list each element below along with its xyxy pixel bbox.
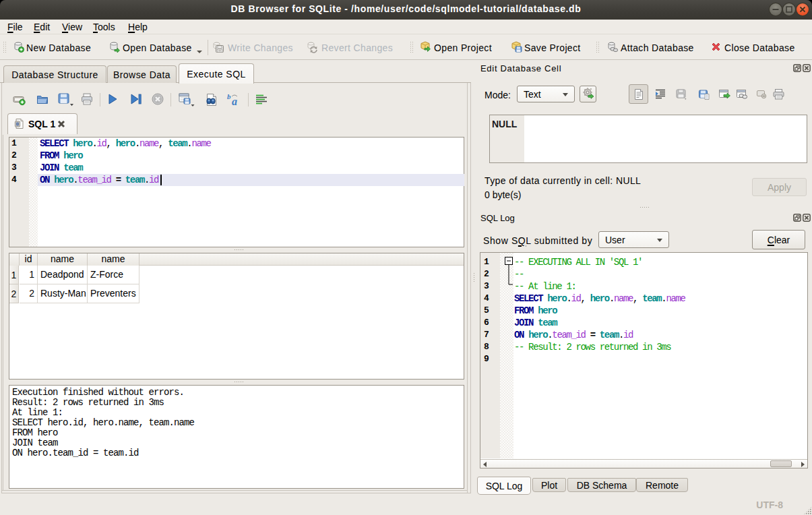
svg-text:a: a: [232, 96, 237, 107]
svg-text:b: b: [227, 92, 231, 100]
